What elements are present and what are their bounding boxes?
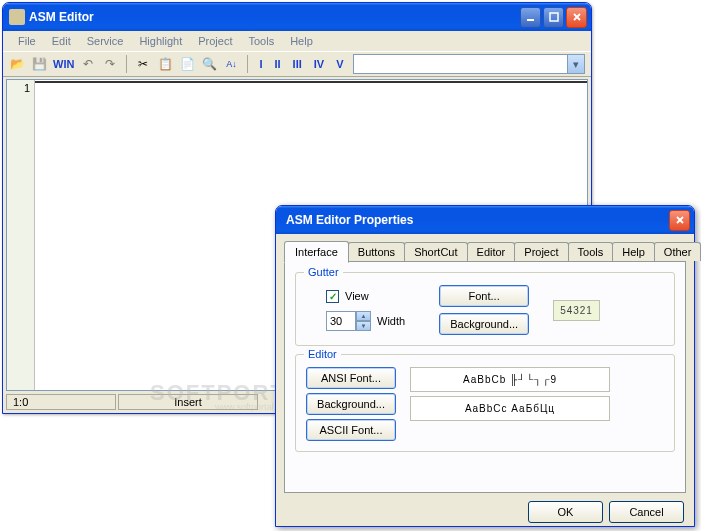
view-checkbox[interactable]: ✓ [326, 290, 339, 303]
roman-1[interactable]: I [256, 58, 265, 70]
roman-5[interactable]: V [333, 58, 346, 70]
cancel-button[interactable]: Cancel [609, 501, 684, 523]
chevron-down-icon[interactable]: ▾ [567, 55, 584, 73]
save-icon[interactable]: 💾 [31, 56, 47, 72]
line-gutter: 1 [7, 80, 35, 390]
editor-bg-button[interactable]: Background... [306, 393, 396, 415]
ansi-font-button[interactable]: ANSI Font... [306, 367, 396, 389]
tabs-row: Interface Buttons ShortCut Editor Projec… [276, 234, 694, 261]
status-position: 1:0 [6, 394, 116, 410]
gutter-preview: 54321 [553, 300, 600, 321]
dialog-close-button[interactable] [669, 210, 690, 231]
address-combo[interactable]: ▾ [353, 54, 586, 74]
cut-icon[interactable]: ✂ [135, 56, 151, 72]
roman-3[interactable]: III [290, 58, 305, 70]
menu-help[interactable]: Help [283, 33, 320, 49]
view-label: View [345, 290, 369, 302]
tab-help[interactable]: Help [612, 242, 655, 261]
dialog-title: ASM Editor Properties [282, 213, 669, 227]
roman-4[interactable]: IV [311, 58, 327, 70]
spin-down-icon[interactable]: ▼ [356, 321, 371, 331]
svg-rect-0 [527, 19, 534, 21]
menu-tools[interactable]: Tools [241, 33, 281, 49]
win-button[interactable]: WIN [53, 58, 74, 70]
menu-project[interactable]: Project [191, 33, 239, 49]
svg-rect-1 [550, 13, 558, 21]
tab-buttons[interactable]: Buttons [348, 242, 405, 261]
width-spinner[interactable]: ▲ ▼ [326, 311, 371, 331]
tab-editor[interactable]: Editor [467, 242, 516, 261]
menu-service[interactable]: Service [80, 33, 131, 49]
gutter-font-button[interactable]: Font... [439, 285, 529, 307]
tab-interface[interactable]: Interface [284, 241, 349, 263]
toolbar: 📂 💾 WIN ↶ ↷ ✂ 📋 📄 🔍 A↓ I II III IV V ▾ [3, 51, 591, 77]
open-icon[interactable]: 📂 [9, 56, 25, 72]
tab-tools[interactable]: Tools [568, 242, 614, 261]
maximize-button[interactable] [543, 7, 564, 28]
line-number: 1 [7, 82, 30, 94]
undo-icon[interactable]: ↶ [80, 56, 96, 72]
main-titlebar[interactable]: ASM Editor [3, 3, 591, 31]
copy-icon[interactable]: 📋 [157, 56, 173, 72]
tab-panel: Gutter ✓ View ▲ ▼ [284, 261, 686, 493]
dialog-buttons: OK Cancel [276, 501, 694, 531]
dialog-titlebar[interactable]: ASM Editor Properties [276, 206, 694, 234]
menubar: File Edit Service Highlight Project Tool… [3, 31, 591, 51]
app-icon [9, 9, 25, 25]
tab-project[interactable]: Project [514, 242, 568, 261]
minimize-button[interactable] [520, 7, 541, 28]
width-label: Width [377, 315, 405, 327]
spin-up-icon[interactable]: ▲ [356, 311, 371, 321]
status-mode: Insert [118, 394, 258, 410]
roman-2[interactable]: II [271, 58, 283, 70]
menu-highlight[interactable]: Highlight [132, 33, 189, 49]
sort-icon[interactable]: A↓ [223, 56, 239, 72]
properties-dialog: ASM Editor Properties Interface Buttons … [275, 205, 695, 527]
menu-file[interactable]: File [11, 33, 43, 49]
ansi-preview: AaBbCb ╟┘└┐┌9 [410, 367, 610, 392]
separator-icon [247, 55, 248, 73]
find-icon[interactable]: 🔍 [201, 56, 217, 72]
tab-other[interactable]: Other [654, 242, 701, 261]
tab-shortcut[interactable]: ShortCut [404, 242, 467, 261]
editor-group: Editor ANSI Font... Background... ASCII … [295, 354, 675, 452]
paste-icon[interactable]: 📄 [179, 56, 195, 72]
editor-legend: Editor [304, 348, 341, 360]
menu-edit[interactable]: Edit [45, 33, 78, 49]
separator-icon [126, 55, 127, 73]
width-input[interactable] [326, 311, 356, 331]
main-title: ASM Editor [29, 10, 520, 24]
ok-button[interactable]: OK [528, 501, 603, 523]
redo-icon[interactable]: ↷ [102, 56, 118, 72]
gutter-group: Gutter ✓ View ▲ ▼ [295, 272, 675, 346]
close-button[interactable] [566, 7, 587, 28]
ascii-font-button[interactable]: ASCII Font... [306, 419, 396, 441]
gutter-bg-button[interactable]: Background... [439, 313, 529, 335]
gutter-legend: Gutter [304, 266, 343, 278]
ascii-preview: AaBbCc АаБбЦц [410, 396, 610, 421]
